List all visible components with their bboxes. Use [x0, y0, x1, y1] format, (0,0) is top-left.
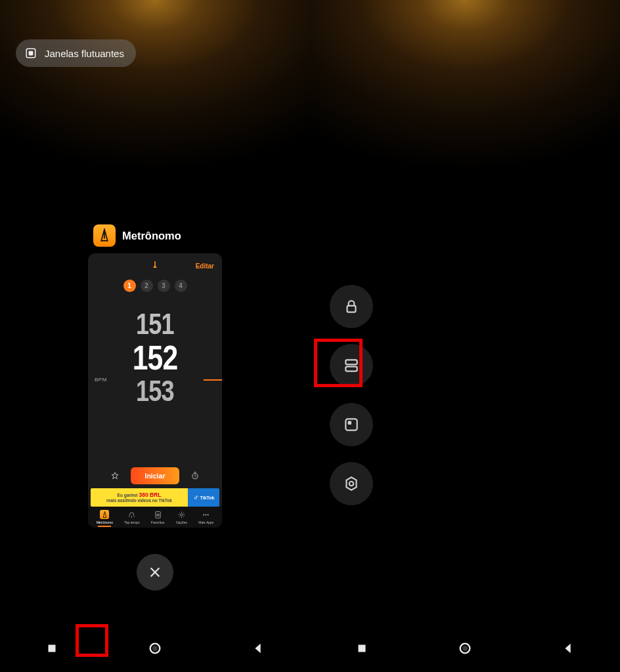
bpm-picker[interactable]: 151 152 153: [88, 308, 222, 408]
floating-windows-pill[interactable]: Janelas flutuantes: [16, 39, 136, 67]
floating-window-action[interactable]: [330, 403, 373, 446]
svg-rect-16: [348, 421, 351, 425]
svg-rect-1: [29, 51, 33, 56]
bpm-next: 153: [100, 375, 210, 408]
action-row: Iniciar: [88, 467, 222, 484]
lock-action[interactable]: [330, 285, 373, 328]
floating-window-icon: [24, 46, 38, 60]
ad-banner[interactable]: Eu ganhei 380 BRL reais assitindo vídeos…: [91, 488, 219, 507]
system-nav-left: [0, 625, 310, 672]
highlight-recents: [76, 624, 108, 657]
settings-action[interactable]: [330, 462, 373, 505]
nav-metronomo[interactable]: Metrônomo: [97, 510, 113, 524]
app-bottom-nav: Metrônomo Tap tempo Favoritos Opções Mai…: [88, 507, 222, 528]
svg-point-5: [181, 513, 183, 515]
system-nav-right: [310, 625, 620, 672]
nav-home-button[interactable]: [456, 639, 474, 658]
svg-point-17: [349, 482, 354, 486]
svg-point-8: [208, 514, 209, 515]
nav-back-button[interactable]: [249, 639, 267, 658]
svg-rect-15: [345, 419, 357, 430]
beat-1[interactable]: 1: [123, 280, 136, 292]
nav-recents-button[interactable]: [353, 639, 371, 658]
nav-home-button[interactable]: [146, 639, 164, 658]
svg-rect-4: [155, 511, 160, 518]
app-card-left[interactable]: Editar 1 2 3 4 BPM 151 152 153 Iniciar E…: [88, 253, 222, 528]
edit-button[interactable]: Editar: [196, 262, 214, 270]
svg-rect-24: [358, 645, 365, 652]
app-title: Metrônomo: [122, 230, 181, 242]
favorite-icon[interactable]: [110, 471, 120, 481]
screen-right: Editar 1 2 3 4 BPM 151 152 153 Iniciar M…: [310, 0, 620, 672]
svg-point-26: [462, 646, 468, 651]
floating-windows-label: Janelas flutuantes: [45, 48, 124, 59]
svg-rect-9: [48, 645, 55, 652]
svg-rect-12: [347, 306, 356, 312]
beat-2[interactable]: 2: [141, 280, 153, 292]
bpm-prev: 151: [100, 308, 210, 341]
beat-3[interactable]: 3: [158, 280, 170, 292]
beat-indicators: 1 2 3 4: [88, 280, 222, 292]
nav-recents-button[interactable]: [43, 639, 61, 658]
nav-back-button[interactable]: [559, 639, 577, 658]
nav-tap-tempo[interactable]: Tap tempo: [124, 510, 139, 524]
nav-mais-apps[interactable]: Mais Apps: [198, 510, 213, 524]
card-header: Metrônomo: [93, 224, 181, 247]
svg-point-11: [152, 646, 158, 651]
beat-4[interactable]: 4: [175, 280, 187, 292]
bpm-current: 152: [100, 341, 210, 375]
screen-left: Janelas flutuantes Metrônomo Editar 1 2 …: [0, 0, 310, 672]
card-action-stack: [330, 285, 373, 505]
nav-favoritos[interactable]: Favoritos: [151, 510, 165, 524]
start-button[interactable]: Iniciar: [131, 467, 180, 484]
clear-all-button[interactable]: [137, 554, 173, 591]
nav-opcoes[interactable]: Opções: [176, 510, 187, 524]
highlight-split-screen: [314, 339, 363, 387]
ad-brand: TikTok: [188, 488, 219, 507]
metronome-app-icon: [93, 224, 116, 247]
ad-text: Eu ganhei 380 BRL reais assitindo vídeos…: [91, 488, 188, 507]
svg-point-6: [204, 514, 205, 515]
svg-point-7: [206, 514, 207, 515]
timer-icon[interactable]: [190, 471, 200, 481]
